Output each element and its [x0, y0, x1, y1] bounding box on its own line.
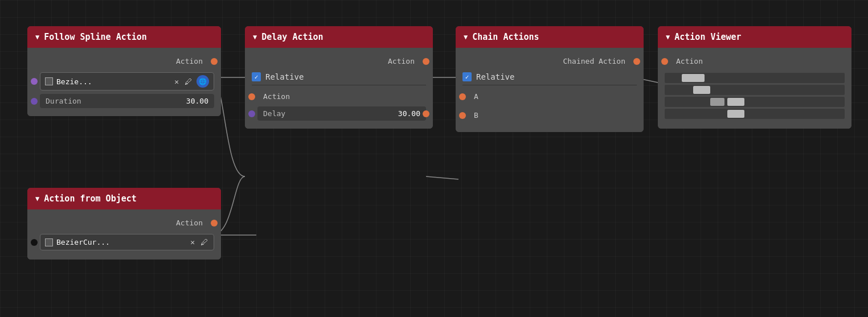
chained-action-output-label: Chained Action: [563, 57, 625, 65]
chain-b-label: B: [474, 111, 478, 120]
delay-action-input-socket[interactable]: [248, 93, 255, 100]
viewer-bar-3: [665, 97, 845, 107]
delay-field[interactable]: Delay 30.00: [257, 106, 426, 121]
delay-relative-checkbox[interactable]: ✓: [252, 72, 261, 81]
duration-value: 30.00: [186, 97, 208, 105]
object-name: Bezie...: [56, 77, 170, 86]
bar-segment-3b: [727, 98, 744, 106]
viewer-bar-2: [665, 85, 845, 95]
afo-clear-object-button[interactable]: ✕: [189, 237, 196, 248]
collapse-arrow[interactable]: ▼: [35, 33, 39, 41]
duration-label: Duration: [46, 97, 81, 105]
viewer-action-input-socket[interactable]: [661, 58, 668, 65]
viewer-bar-4: [665, 109, 845, 119]
viewer-bar-1: [665, 73, 845, 83]
bar-segment-2: [693, 86, 710, 94]
action-from-object-node: ▼ Action from Object Action BezierCur...…: [27, 188, 221, 260]
object-icon: [45, 77, 53, 85]
eyedropper-icon[interactable]: 🖊: [183, 76, 193, 87]
afo-eyedropper-icon[interactable]: 🖊: [199, 237, 209, 248]
delay-input-left-socket[interactable]: [248, 110, 255, 117]
chain-relative-row: ✓ Relative: [462, 72, 637, 81]
delay-action-input-label: Action: [263, 92, 290, 101]
action-output-socket[interactable]: [211, 58, 218, 65]
delay-action-header: ▼ Delay Action: [245, 26, 433, 48]
afo-action-output-socket[interactable]: [211, 220, 218, 227]
delay-output-socket[interactable]: [423, 110, 429, 117]
action-output-label: Action: [176, 57, 203, 65]
afo-object-icon: [45, 238, 53, 246]
chain-actions-header: ▼ Chain Actions: [456, 26, 644, 48]
delay-relative-label: Relative: [265, 72, 304, 81]
action-viewer-header: ▼ Action Viewer: [658, 26, 851, 48]
chain-a-label: A: [474, 92, 478, 101]
afo-object-name: BezierCur...: [56, 238, 186, 246]
action-viewer-node: ▼ Action Viewer Action: [658, 26, 851, 129]
follow-spline-title: Follow Spline Action: [44, 32, 147, 42]
chain-a-input-socket[interactable]: [459, 93, 466, 100]
chain-actions-title: Chain Actions: [472, 32, 539, 42]
bar-segment-4: [727, 110, 744, 118]
follow-spline-action-node: ▼ Follow Spline Action Action Bezie... ✕…: [27, 26, 221, 116]
action-viewer-title: Action Viewer: [674, 32, 741, 42]
svg-line-3: [426, 176, 458, 179]
action-from-object-title: Action from Object: [44, 194, 137, 204]
delay-action-output-top-socket[interactable]: [423, 58, 429, 65]
object-left-socket[interactable]: [31, 78, 38, 85]
delay-action-title: Delay Action: [261, 32, 323, 42]
globe-button[interactable]: 🌐: [196, 75, 209, 88]
delay-relative-row: ✓ Relative: [252, 72, 426, 81]
action-from-object-header: ▼ Action from Object: [27, 188, 221, 209]
delay-action-node: ▼ Delay Action Action ✓ Relative Action …: [245, 26, 433, 129]
afo-action-output-label: Action: [176, 219, 203, 227]
duration-field[interactable]: Duration 30.00: [40, 94, 214, 108]
delay-separator: [252, 85, 426, 85]
delay-collapse-arrow[interactable]: ▼: [253, 33, 257, 41]
chain-actions-node: ▼ Chain Actions Chained Action ✓ Relativ…: [456, 26, 644, 132]
collapse-arrow-afo[interactable]: ▼: [35, 195, 39, 203]
chain-collapse-arrow[interactable]: ▼: [464, 33, 468, 41]
delay-label: Delay: [263, 109, 285, 118]
duration-left-socket[interactable]: [31, 98, 38, 105]
bar-segment-1: [682, 74, 705, 82]
delay-action-output-top-label: Action: [388, 57, 415, 65]
viewer-timeline: [665, 69, 845, 123]
clear-object-button[interactable]: ✕: [173, 76, 180, 87]
bezier-object-field[interactable]: Bezie... ✕ 🖊 🌐: [40, 72, 214, 90]
afo-object-left-socket[interactable]: [31, 239, 38, 246]
chain-relative-label: Relative: [476, 72, 514, 81]
chain-b-input-socket[interactable]: [459, 112, 466, 119]
chain-relative-checkbox[interactable]: ✓: [462, 72, 472, 81]
follow-spline-header: ▼ Follow Spline Action: [27, 26, 221, 48]
viewer-collapse-arrow[interactable]: ▼: [666, 33, 670, 41]
bar-segment-3: [710, 98, 724, 106]
chain-separator: [462, 85, 637, 85]
afo-bezier-object-field[interactable]: BezierCur... ✕ 🖊: [40, 234, 214, 250]
chained-action-output-socket[interactable]: [633, 58, 640, 65]
delay-value: 30.00: [398, 109, 420, 118]
viewer-action-label: Action: [676, 57, 703, 65]
